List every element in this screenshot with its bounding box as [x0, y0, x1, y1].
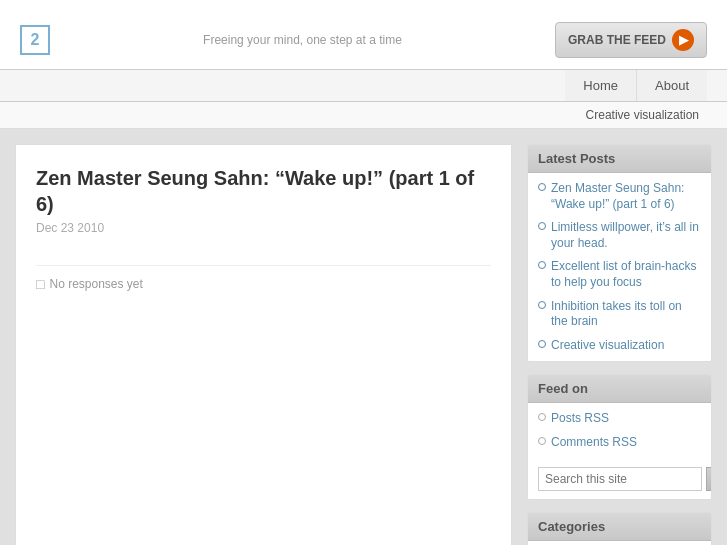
- bullet-icon: [538, 222, 546, 230]
- feed-on-title: Feed on: [528, 375, 711, 403]
- categories-content: Cognitive Neuroscience: [528, 541, 711, 545]
- no-responses: □ No responses yet: [36, 265, 491, 292]
- post-date: Dec 23 2010: [36, 221, 491, 235]
- nav-tab-about[interactable]: About: [636, 70, 707, 101]
- bullet-icon: [538, 301, 546, 309]
- latest-posts-title: Latest Posts: [528, 145, 711, 173]
- main-layout: Zen Master Seung Sahn: “Wake up!” (part …: [0, 129, 727, 545]
- latest-post-item[interactable]: Excellent list of brain-hacks to help yo…: [538, 259, 701, 290]
- grab-feed-button[interactable]: GRAB THE FEED ▶: [555, 22, 707, 58]
- search-button[interactable]: Go: [706, 467, 712, 491]
- search-row: Go: [528, 459, 711, 499]
- rss-icon: ▶: [672, 29, 694, 51]
- feed-button-label: GRAB THE FEED: [568, 33, 666, 47]
- latest-post-item[interactable]: Inhibition takes its toll on the brain: [538, 299, 701, 330]
- no-responses-label: No responses yet: [49, 277, 142, 291]
- nav-tab-home[interactable]: Home: [565, 70, 636, 101]
- sidebar: Latest Posts Zen Master Seung Sahn: “Wak…: [527, 144, 712, 545]
- latest-posts-widget: Latest Posts Zen Master Seung Sahn: “Wak…: [527, 144, 712, 362]
- logo-area: 2: [20, 25, 50, 55]
- bullet-icon: [538, 340, 546, 348]
- feed-on-content: Posts RSS Comments RSS: [528, 403, 711, 458]
- categories-widget: Categories Cognitive Neuroscience: [527, 512, 712, 545]
- latest-post-item[interactable]: Zen Master Seung Sahn: “Wake up!” (part …: [538, 181, 701, 212]
- bullet-icon: [538, 261, 546, 269]
- content-area: Zen Master Seung Sahn: “Wake up!” (part …: [15, 144, 512, 545]
- nav-sub-bar: Creative visualization: [0, 102, 727, 129]
- categories-title: Categories: [528, 513, 711, 541]
- comment-icon: □: [36, 276, 44, 292]
- post-title: Zen Master Seung Sahn: “Wake up!” (part …: [36, 165, 491, 217]
- nav-bar: Home About: [0, 70, 727, 102]
- bullet-icon: [538, 437, 546, 445]
- bullet-icon: [538, 183, 546, 191]
- comments-rss-link[interactable]: Comments RSS: [538, 435, 701, 451]
- posts-rss-link[interactable]: Posts RSS: [538, 411, 701, 427]
- latest-posts-content: Zen Master Seung Sahn: “Wake up!” (part …: [528, 173, 711, 361]
- nav-tabs: Home About: [565, 70, 707, 101]
- page-wrapper: 2 Freeing your mind, one step at a time …: [0, 0, 727, 545]
- bullet-icon: [538, 413, 546, 421]
- logo-image: 2: [20, 25, 50, 55]
- latest-post-item[interactable]: Limitless willpower, it’s all in your he…: [538, 220, 701, 251]
- nav-sub-creative-visualization[interactable]: Creative visualization: [578, 106, 707, 124]
- header: 2 Freeing your mind, one step at a time …: [0, 0, 727, 70]
- latest-post-item[interactable]: Creative visualization: [538, 338, 701, 354]
- search-input[interactable]: [538, 467, 702, 491]
- feed-on-widget: Feed on Posts RSS Comments RSS Go: [527, 374, 712, 499]
- tagline: Freeing your mind, one step at a time: [50, 33, 555, 47]
